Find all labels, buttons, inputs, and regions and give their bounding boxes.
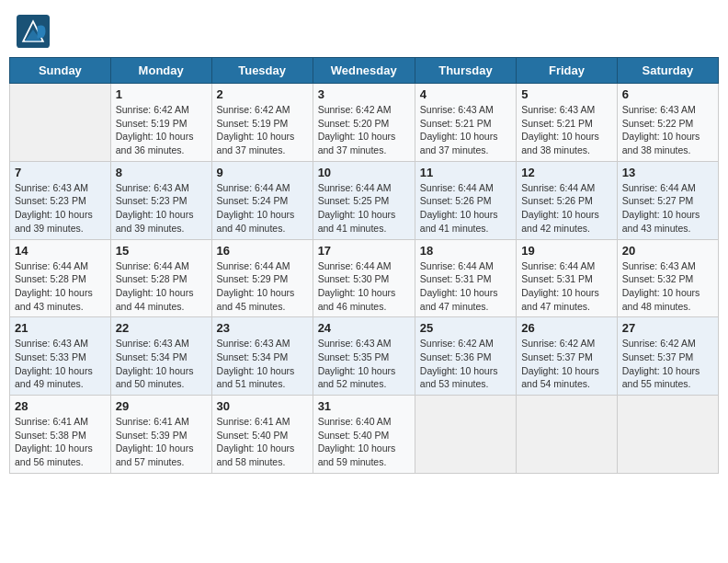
day-info: Sunrise: 6:44 AM Sunset: 5:29 PM Dayligh…: [217, 259, 308, 314]
calendar-cell: 8Sunrise: 6:43 AM Sunset: 5:23 PM Daylig…: [110, 161, 211, 239]
calendar-cell: 26Sunrise: 6:42 AM Sunset: 5:37 PM Dayli…: [517, 317, 618, 396]
day-number: 1: [116, 87, 207, 101]
day-number: 4: [420, 87, 511, 101]
calendar-week-row: 14Sunrise: 6:44 AM Sunset: 5:28 PM Dayli…: [10, 239, 719, 317]
day-number: 15: [116, 244, 207, 258]
calendar-table: SundayMondayTuesdayWednesdayThursdayFrid…: [9, 57, 719, 474]
day-number: 22: [116, 321, 207, 335]
day-number: 21: [15, 321, 106, 335]
page-header: [9, 9, 719, 53]
day-info: Sunrise: 6:42 AM Sunset: 5:19 PM Dayligh…: [116, 103, 207, 157]
calendar-week-row: 7Sunrise: 6:43 AM Sunset: 5:23 PM Daylig…: [10, 161, 719, 239]
day-header-sunday: Sunday: [10, 58, 111, 84]
day-info: Sunrise: 6:44 AM Sunset: 5:31 PM Dayligh…: [420, 259, 511, 314]
day-info: Sunrise: 6:40 AM Sunset: 5:40 PM Dayligh…: [318, 415, 410, 469]
calendar-cell: 2Sunrise: 6:42 AM Sunset: 5:19 PM Daylig…: [211, 84, 313, 162]
calendar-cell: 7Sunrise: 6:43 AM Sunset: 5:23 PM Daylig…: [10, 161, 111, 239]
day-info: Sunrise: 6:44 AM Sunset: 5:26 PM Dayligh…: [521, 181, 612, 236]
calendar-header-row: SundayMondayTuesdayWednesdayThursdayFrid…: [10, 58, 719, 84]
logo: [17, 15, 53, 48]
calendar-cell: 16Sunrise: 6:44 AM Sunset: 5:29 PM Dayli…: [211, 239, 313, 317]
calendar-cell: 29Sunrise: 6:41 AM Sunset: 5:39 PM Dayli…: [110, 396, 211, 474]
day-number: 31: [318, 399, 410, 413]
day-header-saturday: Saturday: [617, 58, 718, 84]
calendar-cell: 20Sunrise: 6:43 AM Sunset: 5:32 PM Dayli…: [617, 239, 718, 317]
day-info: Sunrise: 6:42 AM Sunset: 5:36 PM Dayligh…: [420, 337, 511, 391]
calendar-cell: 9Sunrise: 6:44 AM Sunset: 5:24 PM Daylig…: [211, 161, 313, 239]
calendar-cell: 23Sunrise: 6:43 AM Sunset: 5:34 PM Dayli…: [211, 317, 313, 396]
day-number: 28: [15, 399, 106, 413]
day-info: Sunrise: 6:43 AM Sunset: 5:32 PM Dayligh…: [622, 259, 713, 314]
day-info: Sunrise: 6:43 AM Sunset: 5:23 PM Dayligh…: [116, 181, 207, 236]
calendar-cell: 10Sunrise: 6:44 AM Sunset: 5:25 PM Dayli…: [313, 161, 415, 239]
calendar-cell: [10, 84, 111, 162]
calendar-week-row: 28Sunrise: 6:41 AM Sunset: 5:38 PM Dayli…: [10, 396, 719, 474]
day-number: 16: [217, 244, 308, 258]
day-number: 29: [116, 399, 207, 413]
calendar-week-row: 1Sunrise: 6:42 AM Sunset: 5:19 PM Daylig…: [10, 84, 719, 162]
calendar-cell: [517, 396, 618, 474]
calendar-cell: 1Sunrise: 6:42 AM Sunset: 5:19 PM Daylig…: [110, 84, 211, 162]
day-number: 7: [15, 166, 106, 179]
day-info: Sunrise: 6:44 AM Sunset: 5:30 PM Dayligh…: [318, 259, 410, 314]
calendar-cell: 18Sunrise: 6:44 AM Sunset: 5:31 PM Dayli…: [415, 239, 516, 317]
day-info: Sunrise: 6:41 AM Sunset: 5:38 PM Dayligh…: [15, 415, 106, 469]
day-number: 26: [521, 321, 612, 335]
day-number: 17: [318, 244, 410, 258]
day-info: Sunrise: 6:44 AM Sunset: 5:26 PM Dayligh…: [420, 181, 511, 236]
calendar-cell: 31Sunrise: 6:40 AM Sunset: 5:40 PM Dayli…: [313, 396, 415, 474]
day-info: Sunrise: 6:43 AM Sunset: 5:34 PM Dayligh…: [217, 337, 308, 391]
day-number: 9: [217, 166, 308, 179]
calendar-cell: 22Sunrise: 6:43 AM Sunset: 5:34 PM Dayli…: [110, 317, 211, 396]
calendar-cell: 11Sunrise: 6:44 AM Sunset: 5:26 PM Dayli…: [415, 161, 516, 239]
day-number: 13: [622, 166, 713, 179]
day-info: Sunrise: 6:42 AM Sunset: 5:19 PM Dayligh…: [217, 103, 308, 157]
day-info: Sunrise: 6:43 AM Sunset: 5:21 PM Dayligh…: [521, 103, 612, 157]
day-info: Sunrise: 6:44 AM Sunset: 5:24 PM Dayligh…: [217, 181, 308, 236]
day-number: 10: [318, 166, 410, 179]
calendar-cell: 15Sunrise: 6:44 AM Sunset: 5:28 PM Dayli…: [110, 239, 211, 317]
calendar-cell: 4Sunrise: 6:43 AM Sunset: 5:21 PM Daylig…: [415, 84, 516, 162]
day-header-monday: Monday: [110, 58, 211, 84]
day-info: Sunrise: 6:43 AM Sunset: 5:23 PM Dayligh…: [15, 181, 106, 236]
calendar-cell: 3Sunrise: 6:42 AM Sunset: 5:20 PM Daylig…: [313, 84, 415, 162]
day-number: 3: [318, 87, 410, 101]
calendar-cell: 27Sunrise: 6:42 AM Sunset: 5:37 PM Dayli…: [617, 317, 718, 396]
day-number: 19: [521, 244, 612, 258]
logo-icon: [17, 15, 50, 48]
calendar-cell: 5Sunrise: 6:43 AM Sunset: 5:21 PM Daylig…: [517, 84, 618, 162]
day-number: 30: [217, 399, 308, 413]
calendar-cell: 19Sunrise: 6:44 AM Sunset: 5:31 PM Dayli…: [517, 239, 618, 317]
day-info: Sunrise: 6:41 AM Sunset: 5:39 PM Dayligh…: [116, 415, 207, 469]
day-info: Sunrise: 6:44 AM Sunset: 5:25 PM Dayligh…: [318, 181, 410, 236]
day-info: Sunrise: 6:42 AM Sunset: 5:37 PM Dayligh…: [521, 337, 612, 391]
day-info: Sunrise: 6:42 AM Sunset: 5:37 PM Dayligh…: [622, 337, 713, 391]
day-header-tuesday: Tuesday: [211, 58, 313, 84]
day-header-friday: Friday: [517, 58, 618, 84]
day-info: Sunrise: 6:44 AM Sunset: 5:28 PM Dayligh…: [15, 259, 106, 314]
day-number: 6: [622, 87, 713, 101]
day-info: Sunrise: 6:43 AM Sunset: 5:35 PM Dayligh…: [318, 337, 410, 391]
calendar-cell: [617, 396, 718, 474]
day-number: 25: [420, 321, 511, 335]
day-info: Sunrise: 6:44 AM Sunset: 5:28 PM Dayligh…: [116, 259, 207, 314]
day-info: Sunrise: 6:43 AM Sunset: 5:33 PM Dayligh…: [15, 337, 106, 391]
day-info: Sunrise: 6:44 AM Sunset: 5:31 PM Dayligh…: [521, 259, 612, 314]
day-number: 8: [116, 166, 207, 179]
day-number: 18: [420, 244, 511, 258]
calendar-cell: 14Sunrise: 6:44 AM Sunset: 5:28 PM Dayli…: [10, 239, 111, 317]
day-number: 11: [420, 166, 511, 179]
day-header-wednesday: Wednesday: [313, 58, 415, 84]
calendar-cell: 21Sunrise: 6:43 AM Sunset: 5:33 PM Dayli…: [10, 317, 111, 396]
day-info: Sunrise: 6:42 AM Sunset: 5:20 PM Dayligh…: [318, 103, 410, 157]
day-number: 27: [622, 321, 713, 335]
day-number: 2: [217, 87, 308, 101]
day-number: 5: [521, 87, 612, 101]
day-info: Sunrise: 6:43 AM Sunset: 5:34 PM Dayligh…: [116, 337, 207, 391]
day-number: 20: [622, 244, 713, 258]
calendar-cell: 30Sunrise: 6:41 AM Sunset: 5:40 PM Dayli…: [211, 396, 313, 474]
day-number: 12: [521, 166, 612, 179]
calendar-cell: 12Sunrise: 6:44 AM Sunset: 5:26 PM Dayli…: [517, 161, 618, 239]
calendar-week-row: 21Sunrise: 6:43 AM Sunset: 5:33 PM Dayli…: [10, 317, 719, 396]
calendar-cell: [415, 396, 516, 474]
